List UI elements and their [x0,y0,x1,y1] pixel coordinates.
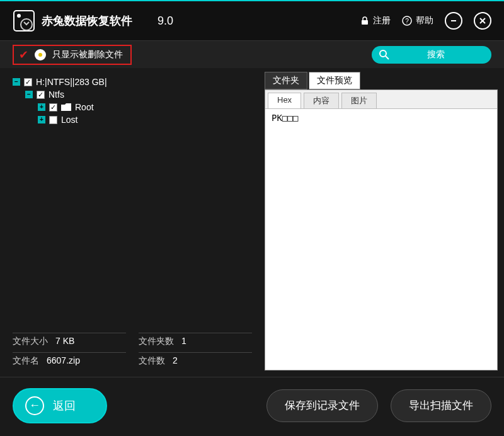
tree-node-lost[interactable]: + Lost [13,113,252,126]
lock-icon [360,16,369,25]
size-label: 文件大小 [13,336,48,347]
export-scan-button[interactable]: 导出扫描文件 [391,389,491,422]
files-value: 2 [173,355,178,367]
tab-folder[interactable]: 文件夹 [265,72,307,89]
filter-label: 只显示被删除文件 [52,49,123,60]
toolbar: ✔ 只显示被删除文件 搜索 [0,40,504,68]
file-stats: 文件大小 7 KB 文件夹数 1 文件名 6607.zip 文件数 2 [13,326,252,369]
files-label: 文件数 [139,355,165,367]
tab-hex[interactable]: Hex [268,93,301,108]
folders-label: 文件夹数 [139,336,174,347]
close-button[interactable] [474,12,491,30]
register-link[interactable]: 注册 [360,15,391,26]
help-label: 帮助 [416,15,433,26]
preview-box: Hex 内容 图片 PK□□□ [265,89,498,370]
tab-image[interactable]: 图片 [341,93,377,108]
collapse-icon[interactable]: − [13,78,20,86]
back-button[interactable]: ← 返回 [13,388,107,423]
app-version: 9.0 [158,14,173,28]
back-label: 返回 [53,398,76,413]
name-label: 文件名 [13,355,39,367]
tree-label: Lost [61,115,77,125]
svg-rect-3 [362,20,368,25]
folder-icon [61,103,71,111]
size-value: 7 KB [55,336,74,347]
tree-node-root[interactable]: + Root [13,101,252,113]
tree-label: Root [75,102,94,112]
radio-icon [35,49,46,60]
svg-text:?: ? [405,18,409,25]
checkbox[interactable] [24,78,32,86]
minimize-icon [450,17,457,25]
tab-preview[interactable]: 文件预览 [309,72,360,89]
tree-node-drive[interactable]: − H:|NTFS||283 GB| [13,76,252,88]
back-arrow-icon: ← [25,396,44,415]
svg-point-1 [17,14,21,18]
close-icon [479,17,486,25]
tree-node-ntfs[interactable]: − Ntfs [13,88,252,101]
search-button[interactable]: 搜索 [372,46,491,64]
svg-line-10 [386,56,389,59]
checkbox[interactable] [49,103,57,112]
search-icon [379,50,389,60]
help-icon: ? [402,16,412,26]
app-title: 赤兔数据恢复软件 [42,13,132,28]
save-record-button[interactable]: 保存到记录文件 [266,389,378,422]
expand-icon[interactable]: + [38,116,45,123]
svg-point-9 [380,50,386,57]
search-label: 搜索 [427,49,445,60]
preview-content: PK□□□ [265,109,497,370]
tree-label: H:|NTFS||283 GB| [36,77,107,87]
minimize-button[interactable] [445,12,462,30]
tab-content[interactable]: 内容 [304,93,339,108]
footer: ← 返回 保存到记录文件 导出扫描文件 [0,377,504,433]
inner-tabs: Hex 内容 图片 [265,90,497,109]
file-tree: − H:|NTFS||283 GB| − Ntfs + Root + Lo [13,76,252,326]
collapse-icon[interactable]: − [25,91,33,98]
checkbox[interactable] [37,91,45,99]
checkbox[interactable] [49,116,57,124]
folders-value: 1 [181,336,186,347]
title-bar: 赤兔数据恢复软件 9.0 注册 ? 帮助 [0,0,504,40]
name-value: 6607.zip [47,355,80,367]
preview-panel: 文件夹 文件预览 Hex 内容 图片 PK□□□ [265,68,504,377]
register-label: 注册 [373,15,391,26]
app-icon [13,9,35,32]
expand-icon[interactable]: + [38,103,45,111]
filter-deleted-toggle[interactable]: ✔ 只显示被删除文件 [13,45,132,65]
left-panel: − H:|NTFS||283 GB| − Ntfs + Root + Lo [0,68,265,377]
checkmark-icon: ✔ [19,48,28,62]
help-link[interactable]: ? 帮助 [402,15,433,26]
tree-label: Ntfs [49,89,64,100]
outer-tabs: 文件夹 文件预览 [265,72,498,89]
